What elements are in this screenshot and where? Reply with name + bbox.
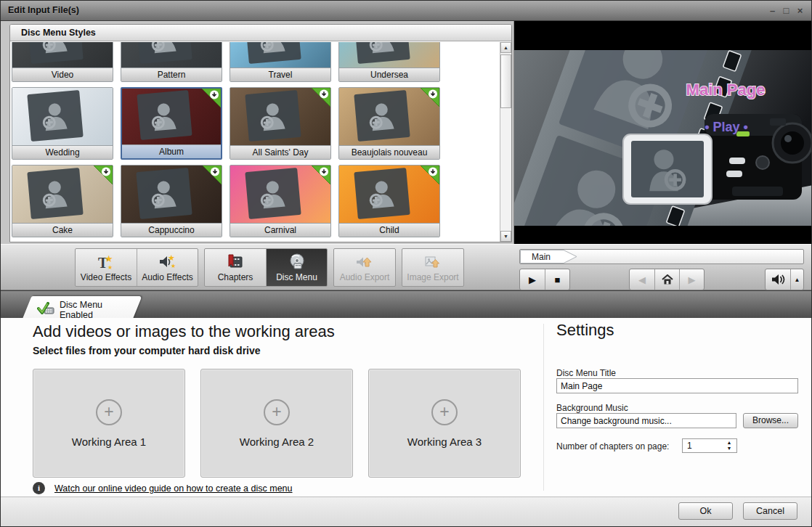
- toolbar-group: Image Export: [402, 248, 464, 287]
- preview-nav-bar: Main: [519, 249, 804, 264]
- working-area-3[interactable]: +Working Area 3: [368, 369, 521, 478]
- style-thumb-label: Cappuccino: [121, 223, 222, 237]
- style-thumb-album[interactable]: Album: [121, 87, 222, 160]
- style-thumb-wedding[interactable]: Wedding: [12, 87, 113, 160]
- toolbar-button-disc-menu[interactable]: Disc Menu: [266, 249, 327, 286]
- style-thumb-undersea[interactable]: Undersea: [338, 42, 440, 82]
- toolbar-button-image-export: Image Export: [402, 249, 463, 286]
- play-button[interactable]: ▶: [520, 269, 545, 290]
- disc-menu-preview: Main Page • Play •: [513, 21, 811, 244]
- style-thumb-travel[interactable]: Travel: [230, 42, 331, 82]
- video-effects-icon: T★★: [97, 253, 115, 271]
- volume-expand-button[interactable]: ▲: [790, 269, 803, 290]
- toolbar-group: T★★Video Effects★★Audio Effects: [75, 248, 198, 287]
- disc-menu-title-label: Disc Menu Title: [556, 368, 616, 378]
- toolbar-button-video-effects[interactable]: T★★Video Effects: [76, 249, 137, 286]
- style-thumb-beaujolais-nouveau[interactable]: Beaujolais nouveau: [338, 87, 440, 160]
- dialog-footer: Ok Cancel: [1, 497, 811, 526]
- style-thumb-image: [121, 42, 222, 68]
- content-divider: [543, 324, 544, 491]
- style-thumb-video[interactable]: Video: [12, 42, 113, 82]
- close-button[interactable]: ×: [793, 5, 807, 16]
- style-thumb-image: [12, 166, 113, 223]
- style-thumb-label: Carnival: [230, 223, 330, 237]
- toolbar-button-audio-effects[interactable]: ★★Audio Effects: [137, 249, 198, 286]
- video-guide-link[interactable]: Watch our online video guide on how to c…: [54, 483, 293, 494]
- cancel-button[interactable]: Cancel: [743, 502, 797, 520]
- person-placeholder-icon: [354, 90, 410, 142]
- disc-menu-title-input[interactable]: [556, 378, 798, 393]
- person-placeholder-icon: [354, 42, 410, 63]
- maximize-button[interactable]: □: [779, 5, 793, 16]
- disc-menu-enabled-label: Disc Menu Enabled: [60, 300, 133, 320]
- toolbar-button-label: Image Export: [407, 272, 458, 282]
- person-placeholder-icon: [137, 90, 192, 140]
- add-media-plus-icon: +: [96, 399, 122, 425]
- chapters-count-value: 1: [687, 441, 692, 451]
- style-thumb-label: Video: [12, 68, 113, 81]
- toolbar-group: ChaptersDisc Menu: [204, 248, 328, 287]
- chapters-count-stepper[interactable]: 1 ▲ ▼: [682, 438, 737, 453]
- next-page-button: ▶: [679, 269, 704, 290]
- style-thumb-child[interactable]: Child: [338, 165, 440, 237]
- download-badge-icon: [93, 166, 113, 185]
- add-media-plus-icon: +: [264, 399, 290, 425]
- browse-button[interactable]: Browse...: [743, 413, 798, 428]
- chapters-count-label: Number of chapters on page:: [556, 441, 669, 452]
- toolbar-group: Audio Export: [333, 248, 396, 287]
- person-placeholder-icon: [245, 42, 301, 63]
- download-badge-icon: [201, 89, 221, 108]
- style-thumb-carnival[interactable]: Carnival: [230, 165, 331, 237]
- person-placeholder-icon: [245, 90, 301, 142]
- style-thumb-cake[interactable]: Cake: [12, 165, 113, 237]
- stop-button[interactable]: ■: [545, 269, 569, 290]
- style-thumb-label: Travel: [230, 68, 330, 81]
- toolbar-button-chapters[interactable]: Chapters: [205, 249, 266, 286]
- style-thumb-label: Cake: [12, 223, 113, 237]
- add-media-plus-icon: +: [431, 399, 458, 425]
- style-thumb-cappuccino[interactable]: Cappuccino: [121, 165, 222, 237]
- person-placeholder-icon: [245, 168, 301, 219]
- settings-title: Settings: [556, 321, 614, 340]
- style-thumb-label: Undersea: [339, 68, 439, 81]
- style-thumb-label: Pattern: [121, 68, 222, 81]
- scroll-down-icon[interactable]: ▼: [500, 231, 511, 242]
- minimize-button[interactable]: –: [766, 5, 779, 16]
- spin-up-icon[interactable]: ▲: [725, 440, 734, 446]
- svg-text:★: ★: [168, 253, 175, 262]
- status-band: Disc Menu Enabled: [1, 290, 811, 318]
- volume-button[interactable]: [766, 269, 790, 290]
- download-badge-icon: [420, 88, 439, 107]
- background-music-input[interactable]: [556, 413, 736, 428]
- style-thumb-all-saints-day[interactable]: All Saints' Day: [230, 87, 331, 160]
- home-button[interactable]: [654, 269, 679, 290]
- person-placeholder-icon: [28, 90, 84, 142]
- disc-menu-enabled-tab[interactable]: Disc Menu Enabled: [23, 296, 133, 319]
- toolbar-button-label: Audio Effects: [142, 272, 193, 282]
- volume-icon: [771, 274, 785, 285]
- svg-text:★: ★: [107, 264, 113, 271]
- working-area-1[interactable]: +Working Area 1: [33, 369, 185, 478]
- ok-button[interactable]: Ok: [678, 502, 733, 520]
- scroll-up-icon[interactable]: ▲: [500, 42, 511, 53]
- workspace-top: Disc Menu Styles VideoPatternTravelUnder…: [1, 21, 811, 244]
- working-area-label: Working Area 3: [407, 436, 482, 448]
- style-thumb-image: [12, 42, 113, 68]
- working-area-2[interactable]: +Working Area 2: [200, 369, 353, 478]
- main-page-tab-label: Main: [532, 252, 551, 262]
- spin-down-icon[interactable]: ▼: [725, 446, 734, 452]
- page-title: Add videos or images to the working area…: [33, 322, 335, 341]
- toolbar-button-label: Video Effects: [81, 272, 131, 282]
- style-thumb-image: [339, 166, 439, 223]
- style-thumb-image: [121, 166, 222, 223]
- scrollbar-thumb[interactable]: [500, 54, 511, 108]
- style-thumb-pattern[interactable]: Pattern: [121, 42, 222, 82]
- home-icon: [662, 274, 673, 285]
- disc-menu-content: Add videos or images to the working area…: [1, 318, 811, 497]
- styles-thumbnail-list: VideoPatternTravelUnderseaWeddingAlbumAl…: [10, 42, 500, 242]
- styles-scrollbar[interactable]: ▲ ▼: [500, 42, 511, 242]
- mode-toolbar: T★★Video Effects★★Audio EffectsChaptersD…: [1, 244, 811, 290]
- style-thumb-image: [122, 89, 221, 144]
- download-badge-icon: [420, 166, 439, 185]
- svg-text:★: ★: [105, 253, 113, 264]
